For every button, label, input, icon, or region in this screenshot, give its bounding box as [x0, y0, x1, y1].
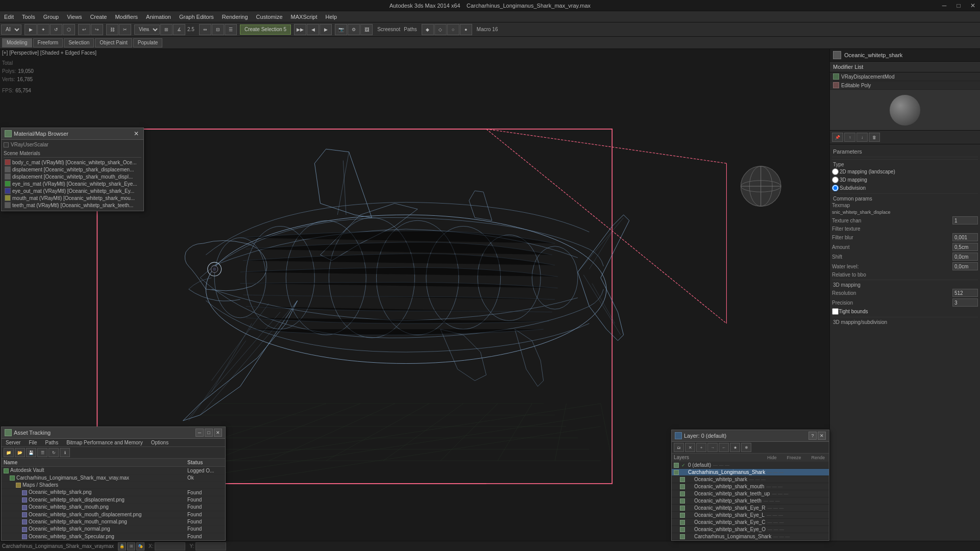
move-up-btn[interactable]: ↑: [844, 133, 855, 142]
next-frame-btn[interactable]: ▶: [320, 24, 332, 35]
layer-toolbar-icon1[interactable]: 🗂: [674, 443, 684, 452]
delete-modifier-btn[interactable]: 🗑: [869, 133, 880, 142]
asset-menu-file[interactable]: File: [24, 439, 41, 446]
material-eye-out[interactable]: eye_out_mat (VRayMtl) [Oceanic_whitetp_s…: [4, 187, 141, 194]
menu-graph-editors[interactable]: Graph Editors: [175, 11, 218, 22]
layer-row[interactable]: Oceanic_whitetp_shark_teeth_up — — —: [672, 490, 829, 497]
layer-close-btn[interactable]: ✕: [818, 432, 826, 440]
asset-save-btn[interactable]: 💾: [26, 448, 36, 457]
type-subdivision-radio[interactable]: [832, 185, 839, 191]
material-teeth[interactable]: teeth_mat (VRayMtl) [Oceanic_whitetp_sha…: [4, 202, 141, 209]
y-input[interactable]: [195, 542, 226, 550]
move-btn[interactable]: ✦: [37, 24, 50, 35]
mode-populate[interactable]: Populate: [133, 38, 162, 47]
layer-row[interactable]: Oceanic_whitetp_shark_Eye_L — — —: [672, 512, 829, 519]
play-btn[interactable]: ▶▶: [294, 24, 306, 35]
menu-rendering[interactable]: Rendering: [218, 11, 252, 22]
menu-help[interactable]: Help: [322, 11, 341, 22]
menu-maxscript[interactable]: MAXScript: [287, 11, 322, 22]
asset-table-row[interactable]: Maps / Shaders: [2, 482, 225, 489]
asset-menu-server[interactable]: Server: [2, 439, 24, 446]
extras2-btn[interactable]: ◇: [434, 24, 447, 35]
window-controls[interactable]: ─ □ ✕: [937, 0, 980, 11]
asset-maximize-btn[interactable]: □: [205, 429, 213, 437]
rotate-btn[interactable]: ↺: [50, 24, 62, 35]
minimize-button[interactable]: ─: [937, 0, 951, 11]
render-frame-btn[interactable]: 🖼: [360, 24, 373, 35]
unlink-btn[interactable]: ✂: [119, 24, 131, 35]
asset-table-row[interactable]: Oceanic_whitetp_shark_displacement.pngFo…: [2, 496, 225, 503]
asset-panel-header[interactable]: Asset Tracking ─ □ ✕: [2, 427, 225, 439]
filter-blur-input[interactable]: [952, 233, 978, 241]
snap-btn[interactable]: ⊞: [160, 24, 173, 35]
asset-new-btn[interactable]: 📁: [4, 448, 14, 457]
layer-add-btn[interactable]: +: [696, 443, 706, 452]
layer-row[interactable]: Carcharhinus_Longimanus_Shark — — —: [672, 469, 829, 476]
asset-refresh-btn[interactable]: ↻: [48, 448, 59, 457]
asset-minimize-btn[interactable]: ─: [195, 429, 204, 437]
grid-icon[interactable]: ⊞: [127, 542, 135, 550]
asset-open-btn[interactable]: 📂: [15, 448, 25, 457]
asset-col-status[interactable]: Status: [185, 459, 225, 467]
layer-row[interactable]: ✓0 (default) — — —: [672, 462, 829, 469]
menu-modifiers[interactable]: Modifiers: [111, 11, 142, 22]
asset-table-row[interactable]: Autodesk VaultLogged O...: [2, 467, 225, 474]
x-input[interactable]: [155, 542, 185, 550]
maximize-button[interactable]: □: [951, 0, 966, 11]
menu-views[interactable]: Views: [63, 11, 86, 22]
layer-row[interactable]: Oceanic_whitetp_shark_Eye_C — — —: [672, 519, 829, 526]
asset-menu-paths[interactable]: Paths: [41, 439, 63, 446]
extras-btn[interactable]: ◆: [422, 24, 434, 35]
material-displacement-mouth[interactable]: displacement [Oceanic_whitetp_shark_mout…: [4, 173, 141, 180]
scene-icon[interactable]: 🎭: [136, 542, 144, 550]
link-btn[interactable]: ⛓: [106, 24, 118, 35]
material-mouth[interactable]: mouth_mat (VRayMtl) [Oceanic_whitetp_sha…: [4, 194, 141, 202]
menu-create[interactable]: Create: [86, 11, 111, 22]
pin-modifier-btn[interactable]: 📌: [832, 133, 843, 142]
mirror-btn[interactable]: ⇔: [199, 24, 211, 35]
layer-row[interactable]: Carcharhinus_Longimanus_Shark — — —: [672, 533, 829, 540]
layer-move-btn[interactable]: →: [707, 443, 718, 452]
asset-table-row[interactable]: Oceanic_whitetp_shark_Specular.pngFound: [2, 533, 225, 540]
redo-btn[interactable]: ↪: [91, 24, 103, 35]
view-dropdown[interactable]: View: [134, 24, 160, 35]
create-selection-button[interactable]: Create Selection 5: [240, 24, 291, 35]
filter-checkbox[interactable]: [4, 142, 9, 147]
layer-panel-header[interactable]: Layer: 0 (default) ? ✕: [672, 430, 829, 442]
layer-row[interactable]: Oceanic_whitetp_shark_teeth — — —: [672, 497, 829, 505]
material-panel-header[interactable]: Material/Map Browser ✕: [2, 128, 143, 140]
asset-table-row[interactable]: Oceanic_whitetp_shark.pngFound: [2, 489, 225, 496]
asset-list-btn[interactable]: ☰: [37, 448, 47, 457]
layer-freeze-btn[interactable]: ❄: [741, 443, 751, 452]
amount-input[interactable]: [952, 243, 978, 251]
asset-col-name[interactable]: Name: [2, 459, 185, 467]
angle-snap-btn[interactable]: ∡: [173, 24, 185, 35]
asset-table-row[interactable]: Oceanic_whitetp_shark_mouth_normal.pngFo…: [2, 518, 225, 525]
select-btn[interactable]: ▶: [24, 24, 37, 35]
shift-input[interactable]: [952, 253, 978, 261]
asset-table-row[interactable]: Carcharhinus_Longimanus_Shark_max_vray.m…: [2, 474, 225, 481]
asset-info-btn[interactable]: ℹ: [60, 448, 70, 457]
type-2d-radio[interactable]: [832, 168, 839, 175]
align-btn[interactable]: ⊟: [212, 24, 224, 35]
menu-group[interactable]: Group: [39, 11, 63, 22]
layer-manager-btn[interactable]: ☰: [225, 24, 237, 35]
asset-close-btn[interactable]: ✕: [214, 429, 222, 437]
close-button[interactable]: ✕: [966, 0, 980, 11]
mode-selection[interactable]: Selection: [64, 38, 94, 47]
layer-select-btn[interactable]: ←: [719, 443, 729, 452]
layer-row[interactable]: Oceanic_whitetp_shark_Eye_O — — —: [672, 526, 829, 533]
resolution-input[interactable]: [952, 289, 978, 297]
asset-menu-options[interactable]: Options: [147, 439, 173, 446]
mode-object-paint[interactable]: Object Paint: [95, 38, 132, 47]
layer-row[interactable]: Oceanic_whitetp_shark_Eye_R — — —: [672, 505, 829, 512]
prev-frame-btn[interactable]: ◀: [307, 24, 319, 35]
texture-chan-input[interactable]: [952, 216, 978, 224]
material-panel-close[interactable]: ✕: [132, 130, 140, 138]
undo-btn[interactable]: ↩: [78, 24, 90, 35]
water-level-input[interactable]: [952, 262, 978, 270]
asset-menu-bitmap-perf[interactable]: Bitmap Performance and Memory: [62, 439, 147, 446]
type-3d-radio[interactable]: [832, 177, 839, 183]
mode-freeform[interactable]: Freeform: [33, 38, 63, 47]
render-setup-btn[interactable]: ⚙: [348, 24, 360, 35]
